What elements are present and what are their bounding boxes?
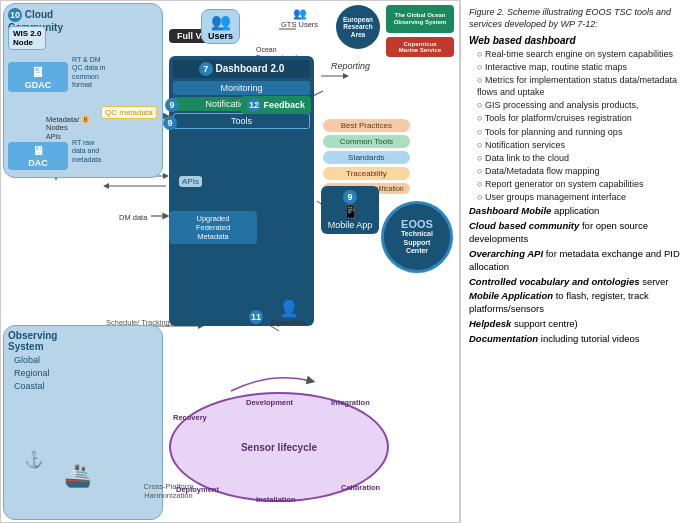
bullet-report-gen: Report generator on system capabilities — [469, 178, 688, 190]
mobile-badge: 9 — [343, 190, 357, 204]
tools-labels-area: Best Practices Common Tools Standards Tr… — [323, 119, 410, 194]
development-node: Development — [246, 398, 293, 407]
federated-metadata-box: UpgradedFederatedMetadata — [169, 211, 257, 244]
helpdesk-suffix: support centre) — [511, 318, 578, 329]
global-label: Global — [14, 355, 158, 365]
gts-users-label: 👥 GTS Users — [281, 7, 318, 29]
rt-dm-label: RT & DMQC data incommonformat — [72, 56, 105, 90]
helpdesk-title: Helpdesk — [469, 318, 511, 329]
rt-raw-label: RT rawdata andmetadata — [72, 139, 101, 164]
dashboard-mobile-suffix: application — [551, 205, 599, 216]
users-cloud: 👥 Users — [201, 9, 240, 44]
dac-box: 🖥 DAC — [8, 142, 68, 170]
recovery-node: Recovery — [173, 413, 207, 422]
monitoring-label: Monitoring — [173, 81, 310, 95]
bullet-user-groups: User groups management interface — [469, 191, 688, 203]
common-tools-chip: Common Tools — [323, 135, 410, 148]
bullet-tools-platform: Tools for platform/cruises registration — [469, 112, 688, 124]
metadata-nodes-label: Metadata/ 8NodesAPIs — [46, 116, 90, 141]
bullet-tools-planning: Tools for planning and running ops — [469, 126, 688, 138]
cloud-community-badge: 10 — [8, 8, 22, 22]
eoos-tsc-circle: EOOS TechnicalSupportCenter — [381, 201, 453, 273]
integration-node: Integration — [331, 398, 370, 407]
feedback-badge: 12 Feedback — [241, 96, 311, 114]
calibration-node: Calibration — [341, 483, 380, 492]
regional-label: Regional — [14, 368, 158, 378]
dm-data-label: DM data — [119, 213, 147, 222]
dashboard-mobile-section: Dashboard Mobile application — [469, 205, 688, 218]
figure-caption: Figure 2. Scheme illustrating EOOS TSC t… — [469, 6, 688, 30]
bullet-data-metadata: Data/Metadata flow mapping — [469, 165, 688, 177]
cloud-community-box: 10 CloudCommunity WIS 2.0Node 🖥 GDAC RT … — [3, 3, 163, 178]
best-practices-chip: Best Practices — [323, 119, 410, 132]
bullet-data-link: Data link to the cloud — [469, 152, 688, 164]
observing-system-box: ObservingSystem Global Regional Coastal … — [3, 325, 163, 520]
tools-badge: 9 — [163, 116, 177, 130]
documentation-title: Documentation — [469, 333, 538, 344]
vocab-section: Controlled vocabulary and ontologies ser… — [469, 276, 688, 289]
reporting-label: Reporting — [331, 61, 370, 71]
helpdesk-section: Helpdesk support centre) — [469, 318, 688, 331]
mobile-app-title: Mobile Application — [469, 290, 553, 301]
badge-11: 11 — [249, 310, 263, 324]
bullet-realtime-search: Real-time search engine on system capabi… — [469, 48, 688, 60]
qc-metadata-label: QC metadata — [101, 106, 157, 119]
apis-label: APIs — [179, 176, 202, 187]
bullet-metrics: Metrics for implementation status data/m… — [469, 74, 688, 98]
dashboard-title: 7 Dashboard 2.0 — [173, 60, 310, 78]
deployment-node: Deployment — [176, 485, 219, 494]
web-dashboard-title: Web based dashboard — [469, 34, 688, 48]
mobile-app-box: 9 📱 Mobile App — [321, 186, 379, 234]
diagram-area: 10 CloudCommunity WIS 2.0Node 🖥 GDAC RT … — [0, 0, 460, 523]
vocab-title: Controlled vocabulary and ontologies — [469, 276, 640, 287]
bullet-notification: Notification services — [469, 139, 688, 151]
wis-node: WIS 2.0Node — [8, 26, 46, 50]
bullet-interactive-map: Interactive map, routine static maps — [469, 61, 688, 73]
coastal-label: Coastal — [14, 381, 158, 391]
feedback-num-badge: 12 — [247, 98, 261, 112]
dashboard-badge: 7 — [199, 62, 213, 76]
overarching-api-section: Overarching API for metadata exchange an… — [469, 248, 688, 274]
overarching-api-title: Overarching API — [469, 248, 543, 259]
gcoos-logo: The Global OceanObserving System — [386, 5, 454, 33]
buoy-icon: ⚓ — [24, 450, 44, 469]
gdac-box: 🖥 GDAC — [8, 62, 68, 92]
observing-system-label: ObservingSystem — [8, 330, 158, 352]
mobile-app-section: Mobile Application to flash, register, t… — [469, 290, 688, 316]
notif-badge: 9 — [165, 98, 179, 112]
documentation-suffix: including tutorial videos — [538, 333, 639, 344]
cloud-community-section: Cloud based community for open source de… — [469, 220, 688, 246]
documentation-section: Documentation including tutorial videos — [469, 333, 688, 346]
standards-chip: Standards — [323, 151, 410, 164]
ship-icon: 🚢 — [64, 463, 91, 489]
operators-label: 👤 Operators — [271, 299, 307, 327]
tools-box: 9 Tools — [173, 113, 310, 129]
right-panel: Figure 2. Scheme illustrating EOOS TSC t… — [460, 0, 696, 523]
copernicus-logo: CopernicusMarine Service — [386, 37, 454, 57]
bullet-gis: GIS processing and analysis products, — [469, 99, 688, 111]
eoos-logos-area: EuropeanResearchArea — [336, 5, 380, 49]
web-dashboard-section: Web based dashboard Real-time search eng… — [469, 34, 688, 203]
installation-node: Installation — [256, 495, 296, 504]
dashboard-mobile-title: Dashboard Mobile — [469, 205, 551, 216]
era-logo: EuropeanResearchArea — [336, 5, 380, 49]
cloud-community-title: Cloud based community — [469, 220, 579, 231]
vocab-suffix: server — [640, 276, 669, 287]
traceability-chip: Traceability — [323, 167, 410, 180]
